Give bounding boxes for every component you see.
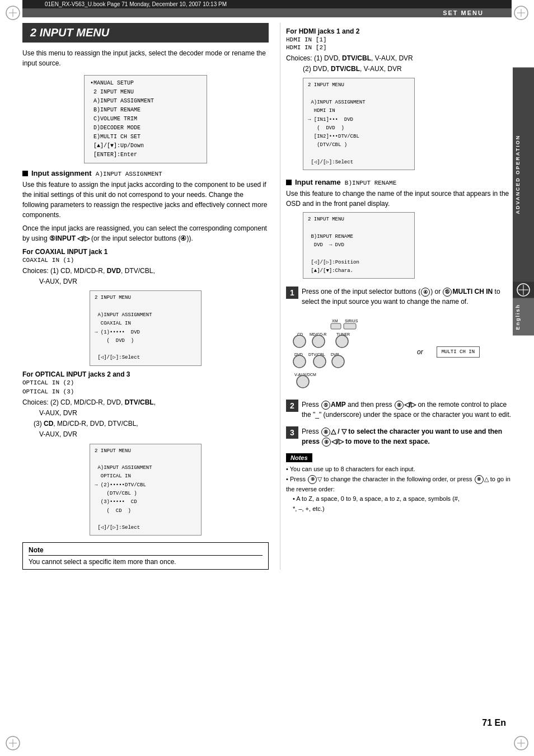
square-bullet-rename-icon	[286, 180, 292, 185]
coaxial-mono: COAXIAL IN (1)	[22, 257, 269, 264]
circle-ref-9-icon: ⑨	[308, 475, 317, 484]
input-assignment-header: Input assignment A)INPUT ASSIGNMENT	[22, 169, 269, 177]
step-2-number: 2	[286, 400, 298, 412]
screen-line: E)MULTI CH SET	[90, 133, 201, 142]
svg-rect-15	[344, 323, 356, 329]
input-rename-title: Input rename B)INPUT RENAME	[295, 178, 396, 186]
optical-screen: 2 INPUT MENU A)INPUT ASSIGNMENT OPTICAL …	[90, 444, 202, 536]
svg-point-25	[293, 355, 306, 368]
step-1-text: Press one of the input selector buttons …	[302, 287, 512, 307]
input-rename-header: Input rename B)INPUT RENAME	[286, 178, 512, 186]
svg-text:SIRIUS: SIRIUS	[345, 319, 358, 323]
note-item-1: You can use up to 8 characters for each …	[286, 464, 512, 475]
input-assignment-title: Input assignment A)INPUT ASSIGNMENT	[31, 169, 162, 177]
svg-point-21	[336, 335, 348, 348]
set-menu-label: SET MENU	[443, 10, 484, 16]
svg-text:XM: XM	[332, 319, 338, 323]
notes-title: Notes	[286, 453, 312, 462]
circle-ref-8-lr2-icon: ⑧	[322, 438, 331, 447]
circle-ref-15-icon: ⑮	[443, 288, 452, 297]
input-rename-body: Use this feature to change the name of t…	[286, 189, 512, 209]
step-2: 2 Press ⑤AMP and then press ⑧◁/▷ on the …	[286, 400, 512, 420]
note-text: You cannot select a specific item more t…	[29, 558, 263, 566]
step-3-number: 3	[286, 426, 298, 439]
sidebar-advanced: ADVANCED OPERATION	[513, 67, 534, 281]
notes-section: Notes You can use up to 8 characters for…	[286, 453, 512, 514]
intro-text: Use this menu to reassign the input jack…	[22, 48, 269, 68]
square-bullet-icon	[22, 171, 28, 176]
circle-ref-5-icon: ⑤	[321, 401, 330, 410]
page-number: 71 En	[482, 718, 506, 728]
note-item-3: A to Z, a space, 0 to 9, a space, a to z…	[286, 494, 512, 514]
step-2-header: 2 Press ⑤AMP and then press ⑧◁/▷ on the …	[286, 400, 512, 420]
input-assignment-mono: A)INPUT ASSIGNMENT	[96, 171, 162, 177]
screen-line: D)DECODER MODE	[90, 124, 201, 133]
input-assignment-body2: Once the input jacks are reassigned, you…	[22, 223, 269, 243]
circle-ref-8-lr-icon: ⑧	[395, 401, 404, 410]
step-3-header: 3 Press ⑧△ / ▽ to select the character y…	[286, 426, 512, 447]
top-bar-text: 01EN_RX-V563_U.book Page 71 Monday, Dece…	[45, 1, 227, 7]
svg-rect-14	[331, 323, 341, 329]
svg-point-29	[297, 375, 309, 388]
set-menu-bar: SET MENU	[22, 8, 512, 17]
screen-line: A)INPUT ASSIGNMENT	[90, 97, 201, 106]
buttons-diagram: XM SIRIUS CD MD/CD-R TUNER	[286, 311, 512, 393]
circle-ref-8-ud-icon: ⑧	[321, 428, 330, 436]
hdmi-mono1: HDMI IN [1]	[286, 36, 512, 43]
section-title: 2 INPUT MENU	[22, 23, 269, 43]
right-sidebar: ADVANCED OPERATION English	[513, 67, 534, 336]
note-box: Note You cannot select a specific item m…	[22, 542, 269, 570]
multi-ch-in-box: MULTI CH IN	[437, 346, 480, 358]
svg-point-19	[293, 335, 306, 348]
optical-choices: Choices: (2) CD, MD/CD-R, DVD, DTV/CBL, …	[22, 397, 269, 440]
screen-line: 2 INPUT MENU	[90, 88, 201, 97]
corner-mark-tr	[513, 4, 530, 21]
screen-line: [▲]/[▼]:Up/Down	[90, 142, 201, 151]
sidebar-compass	[513, 281, 534, 298]
coaxial-label: For COAXIAL INPUT jack 1	[22, 248, 269, 256]
circle-ref-8-icon: ⑧	[475, 475, 484, 484]
svg-point-26	[313, 355, 326, 368]
svg-point-20	[312, 335, 325, 348]
step-1-header: 1 Press one of the input selector button…	[286, 287, 512, 307]
left-column: 2 INPUT MENU Use this menu to reassign t…	[22, 23, 280, 570]
main-osd-screen: •MANUAL SETUP 2 INPUT MENU A)INPUT ASSIG…	[84, 75, 207, 163]
step-3-text: Press ⑧△ / ▽ to select the character you…	[302, 426, 512, 447]
optical-mono2: OPTICAL IN (3)	[22, 388, 269, 395]
rename-screen: 2 INPUT MENU B)INPUT RENAME DVD → DVD [◁…	[303, 212, 415, 279]
coaxial-choices: Choices: (1) CD, MD/CD-R, DVD, DTV/CBL, …	[22, 266, 269, 287]
selector-buttons-visual: XM SIRIUS CD MD/CD-R TUNER	[292, 316, 404, 388]
input-assignment-body1: Use this feature to assign the input jac…	[22, 180, 269, 220]
svg-point-27	[332, 355, 344, 368]
step-1-number: 1	[286, 287, 298, 299]
step-3: 3 Press ⑧△ / ▽ to select the character y…	[286, 426, 512, 447]
circle-ref-4-icon: ④	[421, 288, 430, 297]
step-2-text: Press ⑤AMP and then press ⑧◁/▷ on the re…	[302, 400, 512, 420]
screen-line: C)VOLUME TRIM	[90, 115, 201, 124]
coaxial-screen: 2 INPUT MENU A)INPUT ASSIGNMENT COAXIAL …	[90, 290, 202, 365]
note-item-2: Press ⑨▽ to change the character in the …	[286, 475, 512, 494]
optical-label: For OPTICAL INPUT jacks 2 and 3	[22, 370, 269, 378]
buttons-svg: XM SIRIUS CD MD/CD-R TUNER	[292, 316, 404, 388]
optical-mono1: OPTICAL IN (2)	[22, 379, 269, 386]
notes-list: You can use up to 8 characters for each …	[286, 464, 512, 514]
corner-mark-bl	[4, 735, 21, 752]
hdmi-label: For HDMI jacks 1 and 2	[286, 27, 512, 35]
screen-line: •MANUAL SETUP	[90, 79, 201, 88]
input-rename-mono: B)INPUT RENAME	[345, 180, 396, 186]
hdmi-choices: Choices: (1) DVD, DTV/CBL, V-AUX, DVR (2…	[286, 53, 512, 74]
screen-line: B)INPUT RENAME	[90, 106, 201, 115]
right-column: For HDMI jacks 1 and 2 HDMI IN [1] HDMI …	[280, 23, 512, 570]
screen-line: [ENTER]:Enter	[90, 151, 201, 159]
corner-mark-br	[513, 735, 530, 752]
top-bar: 01EN_RX-V563_U.book Page 71 Monday, Dece…	[22, 0, 512, 8]
step-1: 1 Press one of the input selector button…	[286, 287, 512, 393]
page-content: 2 INPUT MENU Use this menu to reassign t…	[22, 17, 512, 575]
hdmi-mono2: HDMI IN [2]	[286, 44, 512, 51]
corner-mark-tl	[4, 4, 21, 21]
note-title: Note	[29, 546, 263, 556]
or-divider: or	[417, 348, 423, 356]
sidebar-english: English	[513, 298, 534, 336]
hdmi-screen: 2 INPUT MENU A)INPUT ASSIGNMENT HDMI IN …	[303, 78, 415, 170]
